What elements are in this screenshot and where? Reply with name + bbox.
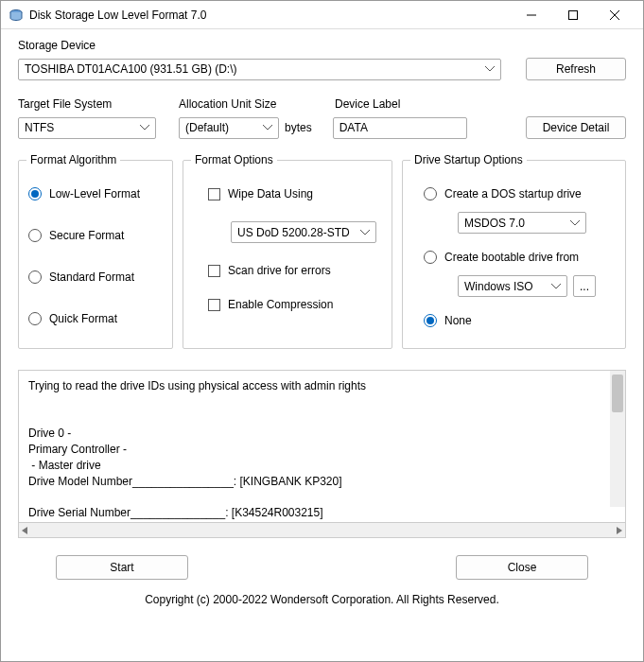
boot-source-select[interactable]: Windows ISO: [458, 275, 567, 297]
start-button[interactable]: Start: [56, 555, 188, 580]
device-detail-button[interactable]: Device Detail: [526, 116, 626, 139]
format-options-group: Format Options Wipe Data Using US DoD 52…: [183, 160, 392, 349]
chevron-down-icon: [570, 220, 580, 226]
wipe-method-select[interactable]: US DoD 5200.28-STD: [231, 221, 376, 243]
app-icon: [9, 8, 24, 23]
device-label-value: DATA: [339, 121, 368, 134]
checkbox-icon: [208, 265, 220, 277]
dos-version-value: MSDOS 7.0: [464, 217, 525, 230]
checkbox-icon: [208, 299, 220, 311]
scroll-right-icon[interactable]: [617, 527, 622, 534]
device-label-input[interactable]: DATA: [333, 117, 467, 139]
radio-secure-format[interactable]: Secure Format: [28, 229, 163, 242]
radio-on-icon: [28, 187, 42, 200]
radio-bootable-drive[interactable]: Create bootable drive from: [424, 251, 610, 264]
alloc-size-select[interactable]: (Default): [179, 117, 279, 139]
window-title: Disk Storage Low Level Format 7.0: [29, 9, 511, 22]
radio-off-icon: [28, 312, 42, 325]
radio-off-icon: [424, 187, 437, 200]
titlebar: Disk Storage Low Level Format 7.0: [1, 1, 643, 29]
radio-low-level-format[interactable]: Low-Level Format: [28, 187, 163, 200]
format-algorithm-group: Format Algorithm Low-Level Format Secure…: [18, 160, 173, 349]
maximize-button[interactable]: [552, 2, 594, 28]
radio-none[interactable]: None: [424, 314, 610, 327]
chevron-down-icon: [140, 125, 149, 131]
alloc-unit-label: bytes: [285, 121, 312, 134]
svg-rect-2: [569, 10, 578, 19]
radio-standard-format[interactable]: Standard Format: [28, 270, 163, 284]
refresh-button[interactable]: Refresh: [526, 58, 626, 80]
format-options-legend: Format Options: [191, 153, 277, 166]
storage-device-label: Storage Device: [18, 39, 626, 52]
horizontal-scrollbar[interactable]: [18, 523, 626, 538]
format-algorithm-legend: Format Algorithm: [26, 153, 120, 166]
target-fs-value: NTFS: [25, 121, 54, 134]
storage-device-select[interactable]: TOSHIBA DT01ACA100 (931.51 GB) (D:\): [18, 59, 501, 80]
chevron-down-icon: [360, 230, 370, 235]
check-wipe-data[interactable]: Wipe Data Using: [208, 187, 374, 200]
device-label-label: Device Label: [335, 97, 526, 111]
alloc-size-label: Allocation Unit Size: [179, 97, 335, 111]
log-text: Trying to read the drive IDs using physi…: [28, 378, 616, 521]
chevron-down-icon: [263, 125, 272, 131]
radio-dos-drive[interactable]: Create a DOS startup drive: [424, 187, 610, 200]
alloc-size-value: (Default): [185, 121, 229, 134]
target-fs-select[interactable]: NTFS: [18, 117, 156, 139]
radio-off-icon: [28, 270, 42, 284]
check-enable-compression[interactable]: Enable Compression: [208, 298, 374, 311]
close-window-button[interactable]: [594, 2, 635, 28]
minimize-button[interactable]: [511, 2, 552, 28]
browse-iso-button[interactable]: ...: [573, 275, 596, 297]
check-scan-errors[interactable]: Scan drive for errors: [208, 264, 374, 277]
checkbox-icon: [208, 188, 220, 200]
target-fs-label: Target File System: [18, 97, 179, 111]
radio-quick-format[interactable]: Quick Format: [28, 312, 163, 325]
wipe-method-value: US DoD 5200.28-STD: [237, 226, 350, 239]
log-output: Trying to read the drive IDs using physi…: [18, 370, 626, 523]
boot-source-value: Windows ISO: [464, 280, 533, 293]
startup-options-group: Drive Startup Options Create a DOS start…: [402, 160, 626, 349]
dos-version-select[interactable]: MSDOS 7.0: [458, 212, 586, 234]
close-button[interactable]: Close: [456, 555, 588, 580]
radio-off-icon: [28, 229, 42, 242]
radio-off-icon: [424, 251, 437, 264]
copyright-text: Copyright (c) 2000-2022 Wondersoft Corpo…: [18, 580, 626, 612]
vertical-scrollbar[interactable]: [610, 371, 625, 507]
chevron-down-icon: [551, 284, 561, 289]
chevron-down-icon: [485, 66, 495, 72]
scroll-left-icon[interactable]: [22, 527, 27, 534]
radio-on-icon: [424, 314, 437, 327]
scroll-thumb[interactable]: [612, 375, 623, 412]
startup-options-legend: Drive Startup Options: [410, 153, 527, 166]
storage-device-value: TOSHIBA DT01ACA100 (931.51 GB) (D:\): [25, 62, 237, 76]
